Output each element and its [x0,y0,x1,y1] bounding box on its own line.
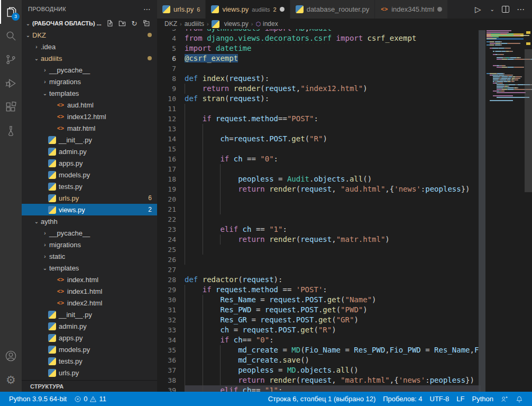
indentation-status[interactable]: Пробелов: 4 [379,395,426,403]
split-editor-icon[interactable] [502,6,509,13]
code-line-16[interactable]: 16 if ch == "0": [157,154,532,164]
activity-search-icon[interactable] [0,24,22,48]
tree-file-appspy[interactable]: apps.py [22,332,157,344]
code-line-39[interactable]: 39 elif ch== "1": [157,385,532,392]
tree-folder-templates[interactable]: ⌄templates [22,262,157,274]
language-mode-status[interactable]: Python [469,395,497,403]
tree-file-urlspy[interactable]: urls.py [22,367,157,378]
code-line-25[interactable]: 25 [157,245,532,255]
code-line-37[interactable]: 37 peopless = MD.objects.all() [157,365,532,375]
code-line-10[interactable]: 10def stran(request): [157,94,532,104]
code-line-21[interactable]: 21 [157,204,532,214]
tab-index345html[interactable]: <>index345.html [375,0,448,19]
code-line-31[interactable]: 31 Res_PWD = request.POST.get("PWD") [157,305,532,315]
outline-section-header[interactable]: СТРУКТУРА [22,380,157,392]
tree-folder-idea[interactable]: ›.idea [22,41,157,52]
tree-file-viewspy[interactable]: views.py2 [22,204,157,215]
code-line-9[interactable]: 9 return render(request,"index12.html") [157,84,532,94]
code-line-24[interactable]: 24 return render(request,"matr.html") [157,234,532,245]
more-actions-icon[interactable]: ⋯ [517,5,525,14]
code-line-33[interactable]: 33 ch = request.POST.get("R") [157,325,532,335]
overview-ruler[interactable] [525,29,532,392]
notifications-status[interactable] [512,395,527,403]
collapse-all-icon[interactable] [142,19,151,28]
code-line-29[interactable]: 29 if request.method == 'POST': [157,285,532,295]
tree-folder-pycache[interactable]: ›__pycache__ [22,64,157,76]
breadcrumb-item-dkz[interactable]: DKZ [164,20,177,28]
tab-urlspy[interactable]: urls.py6 [157,0,206,19]
code-line-32[interactable]: 32 Res_GR = request.POST.get("GR") [157,315,532,325]
code-line-11[interactable]: 11 [157,104,532,114]
activity-testing-icon[interactable] [0,119,22,143]
activity-explorer-icon[interactable]: 3 [0,0,22,24]
code-line-27[interactable]: 27 [157,265,532,275]
tree-file-audhtml[interactable]: <>aud.html [22,99,157,111]
refresh-icon[interactable]: ↻ [130,19,139,28]
unsaved-dot-icon[interactable] [437,7,442,12]
more-actions-icon[interactable]: ⋯ [143,5,151,13]
tree-file-modelspy[interactable]: models.py [22,344,157,355]
tree-file-index2html[interactable]: <>index2.html [22,297,157,309]
code-line-36[interactable]: 36 md_create.save() [157,355,532,365]
code-line-30[interactable]: 30 Res_Name = request.POST.get("Name") [157,295,532,305]
tree-file-initpy[interactable]: __init__.py [22,309,157,320]
tree-file-testspy[interactable]: tests.py [22,181,157,192]
tab-databaseroouterpy[interactable]: database_roouter.py [290,0,375,19]
code-line-28[interactable]: 28def redactor(request): [157,275,532,285]
tree-file-urlspy[interactable]: urls.py6 [22,192,157,204]
workspace-section-header[interactable]: ⌄ (РАБОЧАЯ ОБЛАСТЬ) ... ↻ [22,17,157,29]
python-version-status[interactable]: Python 3.9.5 64-bit [5,392,70,406]
code-line-6[interactable]: 6@csrf_exempt [157,53,532,64]
code-line-3[interactable]: 3from aythh.models import MD,Audit [157,29,532,33]
code-line-38[interactable]: 38 return render(request, "matr.html",{'… [157,375,532,385]
cursor-position-status[interactable]: Строка 6, столбец 1 (выбрано 12) [264,395,380,403]
code-line-12[interactable]: 12 if request.method=="POST": [157,114,532,124]
problems-status[interactable]: 011 [70,392,110,406]
activity-source-control-icon[interactable] [0,48,22,71]
code-line-18[interactable]: 18 peopless = Audit.objects.all() [157,174,532,184]
encoding-status[interactable]: UTF-8 [426,395,453,403]
breadcrumb-item-viewspy[interactable]: views.py [212,20,249,28]
activity-run-debug-icon[interactable] [0,71,22,95]
breadcrumb-item-index[interactable]: ⬡index [255,20,278,28]
tree-file-indexhtml[interactable]: <>index.html [22,274,157,285]
code-line-7[interactable]: 7 [157,64,532,74]
activity-settings-icon[interactable]: ⚙ [0,368,22,392]
tree-folder-dkz[interactable]: ⌄DKZ [22,29,157,41]
code-line-35[interactable]: 35 md_create = MD(Fio_Name = Res_PWD,Fio… [157,345,532,355]
code-line-26[interactable]: 26 [157,255,532,265]
minimap[interactable] [487,29,524,392]
eol-status[interactable]: LF [453,395,468,403]
tree-folder-aythh[interactable]: ⌄aythh [22,215,157,227]
run-dropdown-icon[interactable]: ⌄ [489,6,494,12]
code-line-17[interactable]: 17 [157,164,532,174]
overview-scrollbar-slider[interactable] [525,49,532,192]
tab-viewspy[interactable]: views.pyaudiiits2 [206,0,290,19]
code-line-23[interactable]: 23 elif ch == "1": [157,224,532,234]
new-file-icon[interactable] [106,19,114,28]
tree-folder-audiiits[interactable]: ⌄audiiits [22,52,157,64]
tree-folder-static[interactable]: ›static [22,250,157,262]
tree-file-testspy[interactable]: tests.py [22,355,157,367]
tree-file-modelspy[interactable]: models.py [22,169,157,181]
code-line-19[interactable]: 19 return render(request, "aud.html",{'n… [157,184,532,194]
tree-file-matrhtml[interactable]: <>matr.html [22,122,157,134]
code-line-13[interactable]: 13 [157,124,532,134]
tree-file-index12html[interactable]: <>index12.html [22,111,157,122]
tree-folder-pycache[interactable]: ›__pycache__ [22,227,157,239]
code-line-14[interactable]: 14 ch=request.POST.get("R") [157,134,532,144]
activity-account-icon[interactable] [0,344,22,368]
code-line-4[interactable]: 4from django.views.decorators.csrf impor… [157,33,532,43]
code-line-5[interactable]: 5import datetime [157,43,532,53]
activity-extensions-icon[interactable] [0,95,22,119]
tree-folder-migrations[interactable]: ›migrations [22,239,157,250]
code-line-20[interactable]: 20 [157,194,532,204]
breadcrumb-item-audiiits[interactable]: audiiits [185,20,204,28]
feedback-status[interactable] [497,395,512,403]
tree-file-initpy[interactable]: __init__.py [22,134,157,146]
tree-folder-templates[interactable]: ⌄templates [22,87,157,99]
tree-file-adminpy[interactable]: admin.py [22,146,157,157]
new-folder-icon[interactable] [118,19,126,28]
tree-file-index1html[interactable]: <>index1.html [22,285,157,297]
run-icon[interactable]: ▷ [475,5,481,14]
